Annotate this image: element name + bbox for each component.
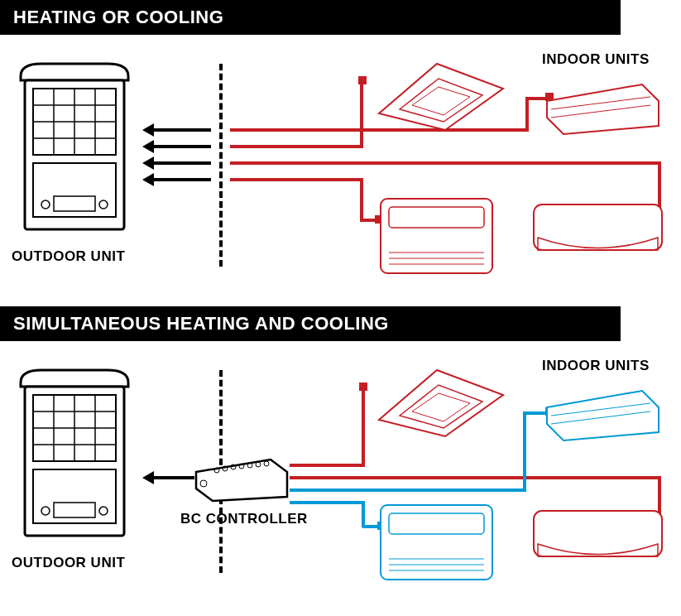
floor-unit-icon: [372, 497, 501, 588]
red-pipe: [230, 178, 362, 181]
black-line: [153, 145, 211, 148]
section-heating-or-cooling: HEATING OR COOLING OUTDOOR UNIT INDOOR U…: [0, 0, 681, 306]
arrow-left-icon: [142, 156, 154, 170]
red-pipe: [290, 464, 364, 467]
svg-rect-23: [534, 205, 662, 250]
black-line: [153, 128, 211, 132]
indoor-units-label-1: INDOOR UNITS: [542, 51, 650, 68]
diagram-1: OUTDOOR UNIT INDOOR UNITS: [0, 35, 681, 308]
section-title-1: HEATING OR COOLING: [0, 0, 621, 35]
arrow-left-icon: [142, 471, 154, 484]
red-pipe: [230, 145, 362, 148]
outdoor-unit-label-1: OUTDOOR UNIT: [12, 248, 125, 265]
svg-marker-36: [196, 460, 287, 501]
ceiling-cassette-unit-icon: [362, 55, 511, 134]
black-line: [153, 476, 194, 479]
section-simultaneous: SIMULTANEOUS HEATING AND COOLING OUTDOOR…: [0, 306, 681, 616]
outdoor-unit-icon: [8, 366, 141, 548]
svg-rect-56: [534, 511, 662, 556]
blue-pipe: [290, 501, 364, 504]
diagram-2: OUTDOOR UNIT INDOOR UNITS BC CONTROLLER: [0, 341, 681, 614]
arrow-left-icon: [142, 140, 154, 153]
outdoor-unit-icon: [8, 60, 141, 242]
red-pipe: [525, 97, 529, 132]
bc-controller-icon: [192, 455, 291, 505]
bc-controller-label: BC CONTROLLER: [180, 511, 308, 527]
svg-rect-51: [381, 505, 492, 580]
svg-rect-18: [381, 199, 492, 273]
wall-unit-icon: [530, 200, 666, 262]
ducted-unit-icon: [543, 80, 663, 138]
section-title-2: SIMULTANEOUS HEATING AND COOLING: [0, 306, 621, 341]
red-pipe: [290, 476, 660, 479]
blue-pipe: [290, 488, 525, 492]
black-line: [153, 178, 211, 181]
svg-marker-15: [547, 84, 659, 134]
outdoor-unit-label-2: OUTDOOR UNIT: [12, 555, 125, 571]
svg-marker-48: [547, 391, 659, 440]
ceiling-cassette-unit-icon: [362, 362, 511, 440]
black-line: [153, 161, 211, 165]
red-pipe: [360, 178, 363, 221]
svg-marker-45: [379, 370, 503, 436]
arrow-left-icon: [142, 173, 154, 186]
indoor-units-label-2: INDOOR UNITS: [542, 358, 650, 374]
blue-pipe: [523, 411, 526, 492]
blue-pipe: [362, 501, 365, 527]
red-pipe: [230, 161, 660, 165]
svg-marker-12: [379, 64, 503, 130]
ducted-unit-icon: [543, 387, 663, 445]
wall-unit-icon: [530, 507, 666, 569]
arrow-left-icon: [142, 123, 154, 137]
floor-unit-icon: [372, 190, 501, 282]
vertical-divider-1: [219, 64, 223, 267]
